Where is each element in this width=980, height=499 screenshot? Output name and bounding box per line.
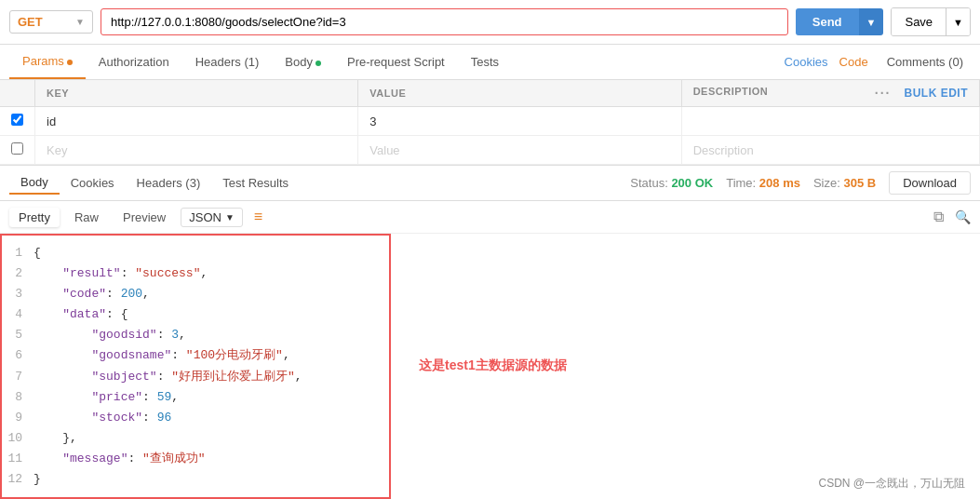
row1-key[interactable]: id: [35, 107, 358, 136]
line-number: 6: [0, 345, 34, 366]
save-dropdown-button[interactable]: ▼: [946, 8, 970, 35]
tab-pre-request[interactable]: Pre-request Script: [334, 46, 458, 78]
download-button[interactable]: Download: [889, 171, 971, 195]
res-tab-cookies[interactable]: Cookies: [60, 172, 126, 194]
code-line: 4 "data": {: [0, 304, 980, 325]
tab-body[interactable]: Body: [272, 46, 334, 78]
line-number: 11: [0, 449, 34, 469]
status-label: Status: 200 OK: [630, 176, 713, 190]
code-section: 1{2 "result": "success",3 "code": 200,4 …: [0, 234, 980, 499]
method-chevron-icon: ▼: [75, 17, 85, 27]
status-value: 200 OK: [671, 176, 713, 190]
json-select-chevron: ▼: [225, 212, 235, 223]
tab-authorization[interactable]: Authorization: [86, 46, 182, 78]
col-header-desc: DESCRIPTION ··· Bulk Edit: [681, 80, 979, 107]
top-bar: GET ▼ Send ▼ Save ▼: [0, 0, 980, 45]
line-number: 1: [0, 243, 34, 263]
res-tab-headers[interactable]: Headers (3): [126, 172, 212, 194]
col-header-check: [0, 80, 35, 107]
line-content: "goodsid": 3,: [34, 325, 980, 345]
line-content: },: [34, 428, 980, 449]
annotation-text: 这是test1主数据源的数据: [419, 357, 567, 374]
code-line: 2 "result": "success",: [0, 263, 980, 284]
row1-desc[interactable]: [681, 107, 979, 136]
status-area: Status: 200 OK Time: 208 ms Size: 305 B …: [630, 171, 971, 195]
bulk-edit-button[interactable]: Bulk Edit: [905, 87, 969, 100]
copy-icon[interactable]: ⧉: [928, 207, 949, 227]
fmt-raw[interactable]: Raw: [65, 208, 108, 227]
line-number: 9: [0, 408, 34, 428]
res-tab-body[interactable]: Body: [9, 171, 60, 195]
row1-checkbox-cell[interactable]: [0, 107, 35, 136]
row1-checkbox[interactable]: [11, 114, 23, 126]
col-header-key: KEY: [35, 80, 358, 107]
method-select[interactable]: GET ▼: [9, 10, 93, 34]
url-input[interactable]: [101, 8, 788, 35]
line-number: 8: [0, 387, 34, 408]
tab-params[interactable]: Params: [9, 45, 86, 79]
line-number: 5: [0, 325, 34, 345]
row2-key[interactable]: Key: [35, 136, 358, 165]
line-content: "price": 59,: [34, 387, 980, 408]
line-number: 2: [0, 263, 34, 284]
send-dropdown-button[interactable]: ▼: [859, 8, 884, 35]
code-line: 9 "stock": 96: [0, 408, 980, 428]
time-label: Time: 208 ms: [726, 176, 800, 190]
line-number: 12: [0, 469, 34, 490]
request-tabs-row: Params Authorization Headers (1) Body Pr…: [0, 45, 980, 80]
tab-headers[interactable]: Headers (1): [182, 46, 273, 78]
line-number: 3: [0, 284, 34, 304]
format-row: Pretty Raw Preview JSON ▼ ≡ ⧉ 🔍: [0, 201, 980, 234]
watermark: CSDN @一念既出，万山无阻: [818, 476, 965, 492]
line-content: "message": "查询成功": [34, 449, 980, 469]
fmt-preview[interactable]: Preview: [114, 208, 175, 227]
line-number: 4: [0, 304, 34, 325]
line-content: "data": {: [34, 304, 980, 325]
cookies-link[interactable]: Cookies: [785, 55, 828, 69]
res-tab-test-results[interactable]: Test Results: [211, 172, 300, 194]
response-bar: Body Cookies Headers (3) Test Results St…: [0, 165, 980, 201]
send-btn-group: Send ▼: [796, 8, 884, 35]
line-content: "stock": 96: [34, 408, 980, 428]
params-dot: [67, 60, 73, 65]
filter-icon[interactable]: ≡: [254, 209, 262, 225]
row2-desc[interactable]: Description: [681, 136, 979, 165]
method-label: GET: [18, 15, 43, 29]
row2-checkbox[interactable]: [11, 142, 23, 155]
table-row: Key Value Description: [0, 136, 980, 165]
line-content: "code": 200,: [34, 284, 980, 304]
row2-checkbox-cell[interactable]: [0, 136, 35, 165]
code-line: 3 "code": 200,: [0, 284, 980, 304]
more-options-icon[interactable]: ···: [875, 86, 892, 101]
size-label: Size: 305 B: [813, 176, 876, 190]
time-value: 208 ms: [759, 176, 800, 190]
line-content: "result": "success",: [34, 263, 980, 284]
search-icon[interactable]: 🔍: [955, 209, 971, 224]
code-line: 5 "goodsid": 3,: [0, 325, 980, 345]
code-link[interactable]: Code: [832, 46, 876, 78]
line-number: 7: [0, 367, 34, 387]
row1-value[interactable]: 3: [358, 107, 681, 136]
right-links: Cookies Code Comments (0): [785, 46, 971, 78]
line-number: 10: [0, 428, 34, 449]
body-dot: [315, 61, 321, 66]
line-content: {: [34, 243, 980, 263]
code-line: 11 "message": "查询成功": [0, 449, 980, 469]
params-table: KEY VALUE DESCRIPTION ··· Bulk Edit id 3: [0, 80, 980, 165]
row2-value[interactable]: Value: [358, 136, 681, 165]
code-line: 8 "price": 59,: [0, 387, 980, 408]
fmt-pretty[interactable]: Pretty: [9, 208, 60, 227]
table-row: id 3: [0, 107, 980, 136]
send-button[interactable]: Send: [796, 8, 859, 35]
fmt-json-select[interactable]: JSON ▼: [181, 208, 243, 227]
save-btn-group: Save ▼: [891, 7, 971, 36]
comments-link[interactable]: Comments (0): [879, 46, 971, 78]
col-header-value: VALUE: [358, 80, 681, 107]
code-line: 1{: [0, 243, 980, 263]
code-line: 10 },: [0, 428, 980, 449]
tab-tests[interactable]: Tests: [458, 46, 512, 78]
save-button[interactable]: Save: [892, 8, 946, 35]
size-value: 305 B: [843, 176, 876, 190]
